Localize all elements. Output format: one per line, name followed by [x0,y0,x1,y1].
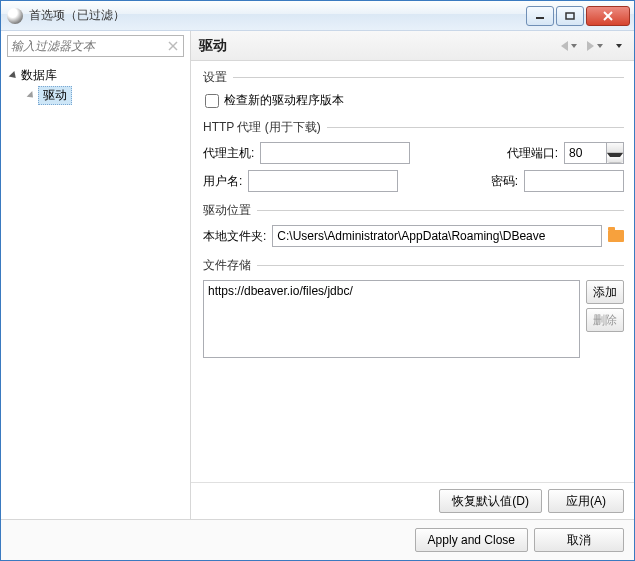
remove-button[interactable]: 删除 [586,308,624,332]
window-title: 首选项（已过滤） [29,7,524,24]
close-button[interactable] [586,6,630,26]
local-folder-label: 本地文件夹: [203,228,266,245]
app-icon [7,8,23,24]
proxy-pass-label: 密码: [491,173,518,190]
chevron-down-icon [597,44,603,48]
check-new-versions-checkbox[interactable] [205,94,219,108]
svg-line-3 [604,12,612,20]
tree-leaf-icon [27,91,36,100]
proxy-port-stepper[interactable] [564,142,624,164]
proxy-host-label: 代理主机: [203,145,254,162]
proxy-user-input[interactable] [248,170,398,192]
tree-expand-icon[interactable] [9,71,19,81]
proxy-user-label: 用户名: [203,173,242,190]
chevron-down-icon [571,44,577,48]
proxy-port-label: 代理端口: [507,145,558,162]
check-new-versions[interactable]: 检查新的驱动程序版本 [205,92,624,109]
filter-box[interactable] [7,35,184,57]
view-menu-button[interactable] [609,41,626,51]
group-caption-storage: 文件存储 [203,257,251,274]
add-button[interactable]: 添加 [586,280,624,304]
group-caption-settings: 设置 [203,69,227,86]
clear-filter-icon[interactable] [166,39,180,53]
maximize-button[interactable] [556,6,584,26]
group-caption-location: 驱动位置 [203,202,251,219]
group-caption-proxy: HTTP 代理 (用于下载) [203,119,321,136]
folder-icon[interactable] [608,230,624,242]
sidebar: 数据库 驱动 [1,31,191,519]
storage-list[interactable]: https://dbeaver.io/files/jdbc/ [203,280,580,358]
local-folder-input[interactable] [272,225,602,247]
minimize-button[interactable] [526,6,554,26]
apply-close-button[interactable]: Apply and Close [415,528,528,552]
proxy-pass-input[interactable] [524,170,624,192]
svg-rect-1 [566,13,574,19]
check-new-versions-label: 检查新的驱动程序版本 [224,92,344,109]
proxy-host-input[interactable] [260,142,410,164]
cancel-button[interactable]: 取消 [534,528,624,552]
proxy-port-input[interactable] [564,142,606,164]
page-footer: 恢复默认值(D) 应用(A) [191,482,634,519]
chevron-down-icon [616,44,622,48]
dialog-footer: Apply and Close 取消 [1,519,634,560]
content-header: 驱动 [191,31,634,61]
tree: 数据库 驱动 [1,63,190,105]
nav-back-button[interactable] [557,38,581,54]
tree-item-drivers[interactable]: 驱动 [29,85,190,105]
page-title: 驱动 [199,37,555,55]
spin-up-button[interactable] [607,143,623,153]
titlebar: 首选项（已过滤） [1,1,634,31]
nav-forward-button[interactable] [583,38,607,54]
chevron-down-icon [607,153,623,163]
spin-down-button[interactable] [607,153,623,163]
tree-item-database[interactable]: 数据库 [11,65,190,85]
svg-line-2 [604,12,612,20]
list-item[interactable]: https://dbeaver.io/files/jdbc/ [208,284,575,298]
chevron-up-icon [607,143,623,153]
apply-button[interactable]: 应用(A) [548,489,624,513]
restore-defaults-button[interactable]: 恢复默认值(D) [439,489,542,513]
tree-item-label: 数据库 [21,67,57,84]
filter-input[interactable] [11,39,166,53]
tree-item-label: 驱动 [38,86,72,105]
